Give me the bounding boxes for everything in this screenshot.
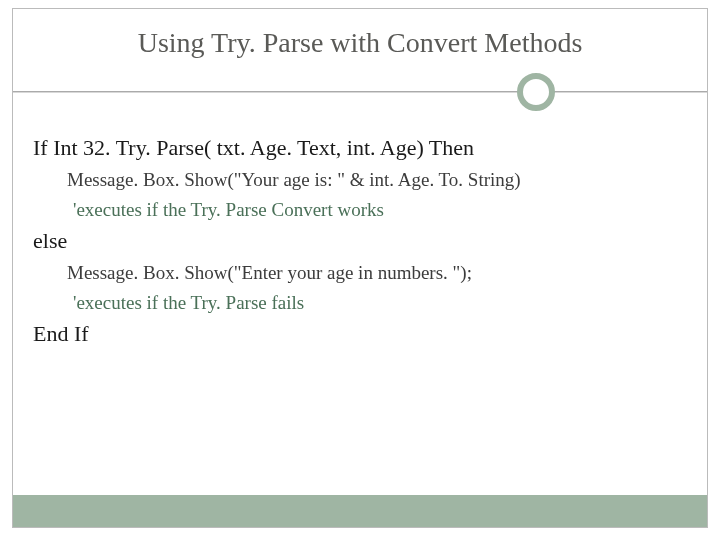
title-divider bbox=[33, 73, 687, 113]
code-block: If Int 32. Try. Parse( txt. Age. Text, i… bbox=[33, 131, 687, 351]
circle-icon bbox=[517, 73, 555, 111]
code-line-show2: Message. Box. Show("Enter your age in nu… bbox=[33, 258, 687, 287]
divider-line bbox=[13, 91, 707, 93]
code-comment-1: 'executes if the Try. Parse Convert work… bbox=[33, 195, 687, 224]
code-line-show1: Message. Box. Show("Your age is: " & int… bbox=[33, 165, 687, 194]
code-line-endif: End If bbox=[33, 317, 687, 351]
code-line-else: else bbox=[33, 224, 687, 258]
slide-inner: Using Try. Parse with Convert Methods If… bbox=[12, 8, 708, 528]
slide: Using Try. Parse with Convert Methods If… bbox=[0, 0, 720, 540]
footer-accent-bar bbox=[13, 495, 707, 527]
slide-title: Using Try. Parse with Convert Methods bbox=[33, 27, 687, 59]
code-line-if: If Int 32. Try. Parse( txt. Age. Text, i… bbox=[33, 131, 687, 165]
code-comment-2: 'executes if the Try. Parse fails bbox=[33, 288, 687, 317]
